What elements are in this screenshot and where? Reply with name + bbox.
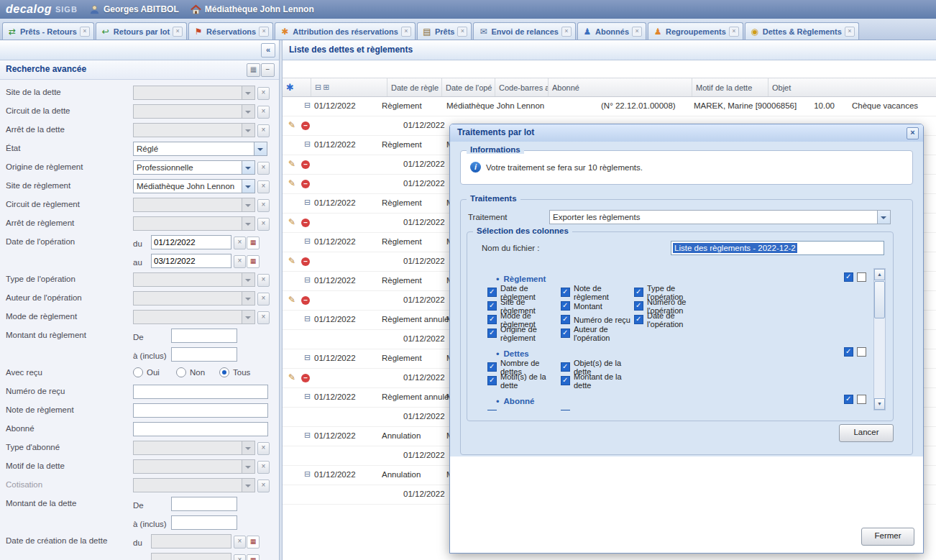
amount-input[interactable] [171, 497, 237, 511]
delete-icon[interactable] [301, 180, 310, 188]
collapse-search-icon[interactable] [261, 63, 275, 77]
dropdown[interactable] [133, 216, 255, 231]
scrollbar-thumb[interactable] [874, 281, 885, 318]
column-checkbox-item[interactable]: Origine de règlement [487, 326, 561, 340]
save-search-icon[interactable] [247, 63, 260, 77]
dropdown-trigger-icon[interactable] [242, 441, 254, 454]
dropdown-trigger-icon[interactable] [242, 217, 254, 230]
tab-close-icon[interactable] [457, 27, 467, 37]
dropdown-trigger-icon[interactable] [877, 211, 890, 224]
column-config-icon[interactable] [286, 82, 294, 93]
select-none-checkbox[interactable] [857, 272, 866, 282]
text-input[interactable] [133, 385, 268, 399]
dropdown[interactable]: Professionnelle [133, 160, 255, 175]
date-input[interactable] [151, 235, 231, 249]
radio-icon[interactable] [133, 367, 143, 377]
checkbox-checked-icon[interactable] [634, 288, 643, 297]
column-checkbox-item[interactable]: Montant de la dette [561, 374, 634, 387]
collapse-row-icon[interactable] [304, 198, 311, 207]
checkbox-checked-icon[interactable] [634, 301, 643, 311]
dropdown-trigger-icon[interactable] [242, 460, 254, 473]
scrollbar[interactable] [873, 268, 886, 410]
radio-option[interactable]: Non [176, 367, 219, 377]
dropdown[interactable]: Médiathèque John Lennon [133, 179, 255, 193]
delete-icon[interactable] [301, 121, 310, 130]
delete-icon[interactable] [301, 374, 310, 382]
edit-icon[interactable] [288, 120, 295, 130]
clear-field-icon[interactable] [257, 293, 270, 306]
text-input[interactable] [133, 422, 268, 436]
clear-field-icon[interactable] [257, 162, 270, 175]
select-none-checkbox[interactable] [857, 395, 866, 404]
tab-close-icon[interactable] [729, 27, 739, 37]
checkbox-checked-icon[interactable] [561, 301, 570, 311]
dropdown[interactable] [133, 123, 255, 137]
date-input[interactable] [151, 553, 231, 560]
collapse-row-icon[interactable] [304, 275, 311, 285]
scroll-down-icon[interactable] [874, 398, 885, 410]
expand-collapse-all-icon[interactable] [315, 83, 331, 92]
delete-icon[interactable] [301, 160, 310, 169]
dropdown-trigger-icon[interactable] [242, 273, 254, 286]
clear-date-icon[interactable] [234, 554, 246, 560]
dropdown[interactable] [133, 104, 255, 119]
collapse-row-icon[interactable] [304, 431, 311, 440]
calendar-icon[interactable] [247, 554, 260, 560]
column-header[interactable]: Abonné [549, 78, 692, 96]
dropdown-trigger-icon[interactable] [242, 86, 254, 99]
calendar-icon[interactable] [247, 237, 260, 249]
dialog-close-icon[interactable] [907, 127, 919, 139]
tab[interactable]: Envoi de relances [473, 22, 576, 40]
clear-field-icon[interactable] [257, 461, 270, 474]
radio-icon[interactable] [176, 367, 186, 377]
checkbox-checked-icon[interactable] [561, 288, 570, 297]
tab[interactable]: Abonnés [577, 22, 646, 40]
tab-close-icon[interactable] [632, 27, 642, 37]
column-checkbox-item[interactable] [487, 408, 561, 410]
dropdown-trigger-icon[interactable] [254, 142, 267, 155]
checkbox-checked-icon[interactable] [487, 362, 497, 372]
dropdown[interactable] [133, 310, 255, 324]
tab-close-icon[interactable] [845, 27, 855, 37]
tab[interactable]: Retours par lot [96, 22, 187, 40]
clear-field-icon[interactable] [257, 311, 270, 324]
dropdown[interactable] [133, 478, 255, 492]
dropdown-trigger-icon[interactable] [242, 124, 254, 137]
column-header[interactable]: Code-barres ab [495, 78, 549, 96]
collapse-row-icon[interactable] [304, 139, 311, 149]
radio-option[interactable]: Oui [133, 367, 176, 377]
tab[interactable]: Regroupements [648, 22, 743, 40]
edit-icon[interactable] [288, 159, 295, 169]
radio-option[interactable]: Tous [219, 367, 262, 377]
collapse-row-icon[interactable] [304, 237, 311, 246]
checkbox-checked-icon[interactable] [487, 288, 497, 297]
checkbox-checked-icon[interactable] [487, 376, 497, 385]
checkbox-checked-icon[interactable] [561, 410, 570, 410]
dropdown[interactable] [133, 86, 255, 100]
tab-close-icon[interactable] [259, 27, 269, 37]
checkbox-checked-icon[interactable] [561, 376, 570, 385]
tab[interactable]: Réservations [188, 22, 273, 40]
tab[interactable]: Prêts [417, 22, 472, 40]
dropdown[interactable]: Réglé [133, 142, 267, 156]
treatment-dropdown[interactable]: Exporter les règlements [549, 210, 891, 224]
tab-close-icon[interactable] [173, 27, 183, 37]
column-header[interactable]: Motif de la dette [692, 78, 768, 96]
dropdown[interactable] [133, 459, 255, 474]
dropdown-trigger-icon[interactable] [242, 479, 254, 492]
amount-input[interactable] [171, 329, 237, 343]
clear-date-icon[interactable] [234, 255, 246, 268]
select-none-checkbox[interactable] [857, 347, 866, 357]
table-row[interactable]: 01/12/2022 Règlement Médiathèque John Le… [283, 97, 936, 116]
dialog-title-bar[interactable]: Traitements par lot [450, 124, 923, 142]
clear-field-icon[interactable] [257, 87, 270, 100]
column-checkbox-item[interactable]: Note de règlement [561, 285, 634, 299]
edit-icon[interactable] [288, 178, 295, 188]
dropdown[interactable] [133, 198, 255, 212]
tab[interactable]: Dettes & Règlements [745, 22, 859, 40]
checkbox-checked-icon[interactable] [487, 301, 497, 311]
checkbox-checked-icon[interactable] [634, 315, 643, 324]
select-all-checkbox[interactable] [844, 395, 853, 404]
tab-close-icon[interactable] [561, 27, 572, 37]
dropdown[interactable] [133, 291, 255, 306]
